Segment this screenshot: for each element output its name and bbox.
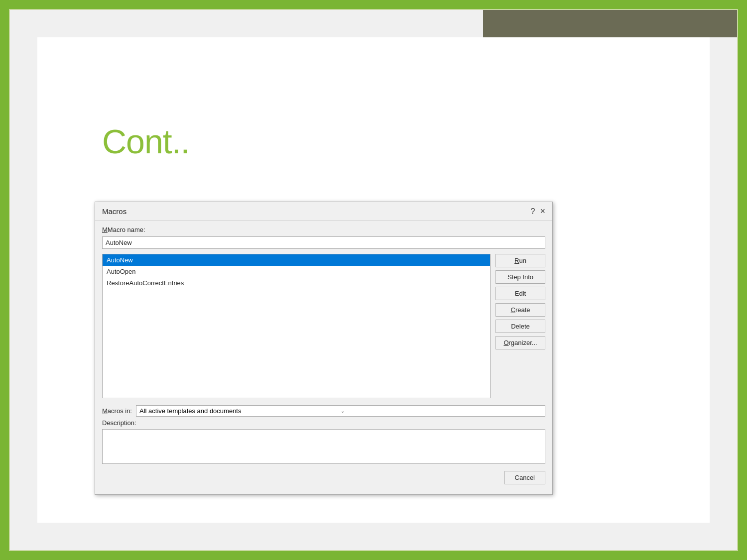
- run-button[interactable]: Run: [496, 254, 545, 267]
- dialog-body: MMacro name: AutoNew AutoOpen RestoreAut…: [95, 221, 552, 494]
- cancel-button[interactable]: Cancel: [504, 471, 545, 484]
- dialog-title: Macros: [102, 207, 126, 216]
- create-button[interactable]: Create: [496, 303, 545, 317]
- outer-frame: Cont.. Macros ? × MMacro name: AutoN: [9, 9, 738, 551]
- macros-in-label: Macros in:: [102, 407, 132, 415]
- chevron-down-icon: ⌄: [341, 408, 542, 414]
- list-item[interactable]: AutoNew: [103, 254, 490, 266]
- description-label: Description:: [102, 419, 545, 427]
- macros-in-row: Macros in: All active templates and docu…: [102, 405, 545, 417]
- dialog-titlebar: Macros ? ×: [95, 202, 552, 221]
- close-icon[interactable]: ×: [540, 206, 545, 217]
- help-icon[interactable]: ?: [531, 207, 535, 216]
- macros-dialog: Macros ? × MMacro name: AutoNew AutoOpen: [95, 202, 553, 495]
- header-bar: [483, 10, 737, 37]
- dialog-buttons: Run Step Into Edit Create Delete Organiz…: [496, 254, 545, 398]
- macro-list-container: AutoNew AutoOpen RestoreAutoCorrectEntri…: [102, 254, 491, 398]
- dialog-controls: ? ×: [531, 206, 545, 217]
- dialog-bottom-row: Cancel: [102, 471, 545, 489]
- macro-list[interactable]: AutoNew AutoOpen RestoreAutoCorrectEntri…: [102, 254, 491, 398]
- dialog-footer: Macros in: All active templates and docu…: [102, 405, 545, 464]
- dialog-main: AutoNew AutoOpen RestoreAutoCorrectEntri…: [102, 254, 545, 398]
- delete-button[interactable]: Delete: [496, 320, 545, 333]
- list-item[interactable]: RestoreAutoCorrectEntries: [103, 277, 490, 289]
- slide-title: Cont..: [102, 122, 189, 161]
- macros-in-dropdown[interactable]: All active templates and documents ⌄: [136, 405, 545, 417]
- list-item[interactable]: AutoOpen: [103, 266, 490, 277]
- macro-name-input[interactable]: [102, 236, 545, 249]
- step-into-button[interactable]: Step Into: [496, 270, 545, 284]
- slide-area: Cont.. Macros ? × MMacro name: AutoN: [37, 37, 710, 523]
- description-box[interactable]: [102, 429, 545, 464]
- macros-in-value: All active templates and documents: [139, 407, 341, 415]
- organizer-button[interactable]: Organizer...: [496, 336, 545, 349]
- macro-name-label: MMacro name:: [102, 226, 545, 233]
- edit-button[interactable]: Edit: [496, 287, 545, 300]
